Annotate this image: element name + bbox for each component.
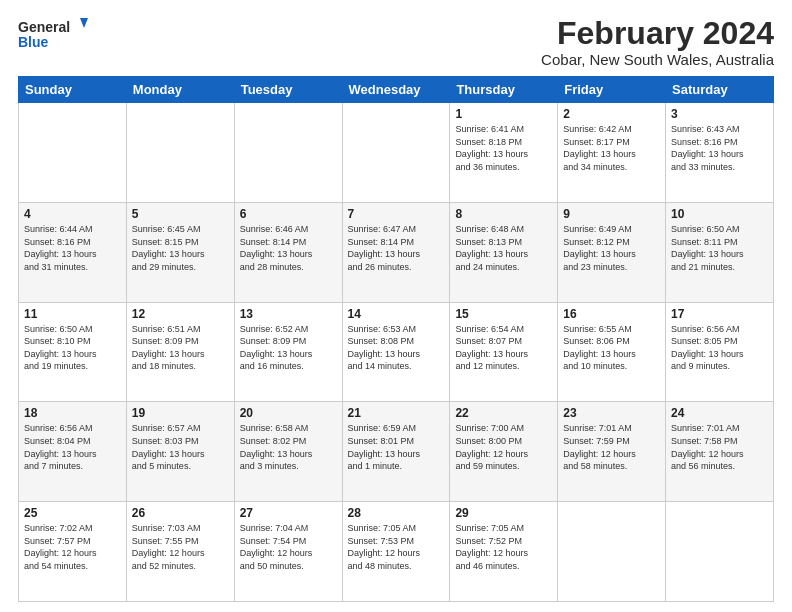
calendar-week-row: 18Sunrise: 6:56 AM Sunset: 8:04 PM Dayli… (19, 402, 774, 502)
header: General Blue February 2024 Cobar, New So… (18, 16, 774, 68)
day-number: 22 (455, 406, 552, 420)
table-row (19, 103, 127, 203)
table-row: 20Sunrise: 6:58 AM Sunset: 8:02 PM Dayli… (234, 402, 342, 502)
day-info: Sunrise: 6:57 AM Sunset: 8:03 PM Dayligh… (132, 422, 229, 472)
day-info: Sunrise: 6:55 AM Sunset: 8:06 PM Dayligh… (563, 323, 660, 373)
table-row: 14Sunrise: 6:53 AM Sunset: 8:08 PM Dayli… (342, 302, 450, 402)
day-info: Sunrise: 7:05 AM Sunset: 7:53 PM Dayligh… (348, 522, 445, 572)
table-row (126, 103, 234, 203)
calendar-header-row: Sunday Monday Tuesday Wednesday Thursday… (19, 77, 774, 103)
table-row (558, 502, 666, 602)
table-row: 26Sunrise: 7:03 AM Sunset: 7:55 PM Dayli… (126, 502, 234, 602)
table-row: 3Sunrise: 6:43 AM Sunset: 8:16 PM Daylig… (666, 103, 774, 203)
logo: General Blue (18, 16, 88, 52)
day-info: Sunrise: 6:56 AM Sunset: 8:05 PM Dayligh… (671, 323, 768, 373)
day-info: Sunrise: 6:58 AM Sunset: 8:02 PM Dayligh… (240, 422, 337, 472)
day-info: Sunrise: 6:47 AM Sunset: 8:14 PM Dayligh… (348, 223, 445, 273)
table-row: 5Sunrise: 6:45 AM Sunset: 8:15 PM Daylig… (126, 202, 234, 302)
day-number: 13 (240, 307, 337, 321)
table-row: 6Sunrise: 6:46 AM Sunset: 8:14 PM Daylig… (234, 202, 342, 302)
day-number: 18 (24, 406, 121, 420)
table-row: 12Sunrise: 6:51 AM Sunset: 8:09 PM Dayli… (126, 302, 234, 402)
main-title: February 2024 (541, 16, 774, 51)
table-row (234, 103, 342, 203)
day-info: Sunrise: 6:56 AM Sunset: 8:04 PM Dayligh… (24, 422, 121, 472)
table-row: 10Sunrise: 6:50 AM Sunset: 8:11 PM Dayli… (666, 202, 774, 302)
day-info: Sunrise: 6:53 AM Sunset: 8:08 PM Dayligh… (348, 323, 445, 373)
table-row: 23Sunrise: 7:01 AM Sunset: 7:59 PM Dayli… (558, 402, 666, 502)
day-number: 23 (563, 406, 660, 420)
col-thursday: Thursday (450, 77, 558, 103)
svg-text:General: General (18, 19, 70, 35)
day-number: 11 (24, 307, 121, 321)
day-info: Sunrise: 6:49 AM Sunset: 8:12 PM Dayligh… (563, 223, 660, 273)
calendar-week-row: 11Sunrise: 6:50 AM Sunset: 8:10 PM Dayli… (19, 302, 774, 402)
day-number: 3 (671, 107, 768, 121)
day-info: Sunrise: 7:03 AM Sunset: 7:55 PM Dayligh… (132, 522, 229, 572)
col-tuesday: Tuesday (234, 77, 342, 103)
day-number: 28 (348, 506, 445, 520)
day-number: 14 (348, 307, 445, 321)
svg-text:Blue: Blue (18, 34, 49, 50)
table-row: 13Sunrise: 6:52 AM Sunset: 8:09 PM Dayli… (234, 302, 342, 402)
day-info: Sunrise: 7:01 AM Sunset: 7:59 PM Dayligh… (563, 422, 660, 472)
day-info: Sunrise: 7:02 AM Sunset: 7:57 PM Dayligh… (24, 522, 121, 572)
title-block: February 2024 Cobar, New South Wales, Au… (541, 16, 774, 68)
table-row: 15Sunrise: 6:54 AM Sunset: 8:07 PM Dayli… (450, 302, 558, 402)
day-number: 9 (563, 207, 660, 221)
day-number: 17 (671, 307, 768, 321)
day-number: 19 (132, 406, 229, 420)
table-row: 8Sunrise: 6:48 AM Sunset: 8:13 PM Daylig… (450, 202, 558, 302)
day-number: 2 (563, 107, 660, 121)
day-number: 24 (671, 406, 768, 420)
table-row: 22Sunrise: 7:00 AM Sunset: 8:00 PM Dayli… (450, 402, 558, 502)
table-row: 21Sunrise: 6:59 AM Sunset: 8:01 PM Dayli… (342, 402, 450, 502)
day-info: Sunrise: 6:46 AM Sunset: 8:14 PM Dayligh… (240, 223, 337, 273)
day-number: 8 (455, 207, 552, 221)
day-info: Sunrise: 7:04 AM Sunset: 7:54 PM Dayligh… (240, 522, 337, 572)
day-number: 12 (132, 307, 229, 321)
day-number: 26 (132, 506, 229, 520)
day-number: 29 (455, 506, 552, 520)
table-row: 9Sunrise: 6:49 AM Sunset: 8:12 PM Daylig… (558, 202, 666, 302)
day-info: Sunrise: 6:54 AM Sunset: 8:07 PM Dayligh… (455, 323, 552, 373)
table-row: 17Sunrise: 6:56 AM Sunset: 8:05 PM Dayli… (666, 302, 774, 402)
day-number: 10 (671, 207, 768, 221)
col-monday: Monday (126, 77, 234, 103)
col-saturday: Saturday (666, 77, 774, 103)
calendar-table: Sunday Monday Tuesday Wednesday Thursday… (18, 76, 774, 602)
table-row: 29Sunrise: 7:05 AM Sunset: 7:52 PM Dayli… (450, 502, 558, 602)
calendar-week-row: 1Sunrise: 6:41 AM Sunset: 8:18 PM Daylig… (19, 103, 774, 203)
logo-svg: General Blue (18, 16, 88, 52)
day-info: Sunrise: 6:42 AM Sunset: 8:17 PM Dayligh… (563, 123, 660, 173)
day-number: 27 (240, 506, 337, 520)
day-info: Sunrise: 6:43 AM Sunset: 8:16 PM Dayligh… (671, 123, 768, 173)
table-row: 18Sunrise: 6:56 AM Sunset: 8:04 PM Dayli… (19, 402, 127, 502)
day-info: Sunrise: 7:05 AM Sunset: 7:52 PM Dayligh… (455, 522, 552, 572)
table-row: 1Sunrise: 6:41 AM Sunset: 8:18 PM Daylig… (450, 103, 558, 203)
table-row: 11Sunrise: 6:50 AM Sunset: 8:10 PM Dayli… (19, 302, 127, 402)
day-number: 25 (24, 506, 121, 520)
day-info: Sunrise: 6:44 AM Sunset: 8:16 PM Dayligh… (24, 223, 121, 273)
calendar-week-row: 4Sunrise: 6:44 AM Sunset: 8:16 PM Daylig… (19, 202, 774, 302)
table-row: 7Sunrise: 6:47 AM Sunset: 8:14 PM Daylig… (342, 202, 450, 302)
table-row: 4Sunrise: 6:44 AM Sunset: 8:16 PM Daylig… (19, 202, 127, 302)
table-row: 2Sunrise: 6:42 AM Sunset: 8:17 PM Daylig… (558, 103, 666, 203)
day-info: Sunrise: 7:00 AM Sunset: 8:00 PM Dayligh… (455, 422, 552, 472)
table-row: 25Sunrise: 7:02 AM Sunset: 7:57 PM Dayli… (19, 502, 127, 602)
col-sunday: Sunday (19, 77, 127, 103)
day-info: Sunrise: 6:41 AM Sunset: 8:18 PM Dayligh… (455, 123, 552, 173)
day-number: 21 (348, 406, 445, 420)
day-number: 5 (132, 207, 229, 221)
col-friday: Friday (558, 77, 666, 103)
col-wednesday: Wednesday (342, 77, 450, 103)
table-row: 16Sunrise: 6:55 AM Sunset: 8:06 PM Dayli… (558, 302, 666, 402)
table-row: 24Sunrise: 7:01 AM Sunset: 7:58 PM Dayli… (666, 402, 774, 502)
day-info: Sunrise: 7:01 AM Sunset: 7:58 PM Dayligh… (671, 422, 768, 472)
table-row: 28Sunrise: 7:05 AM Sunset: 7:53 PM Dayli… (342, 502, 450, 602)
day-info: Sunrise: 6:48 AM Sunset: 8:13 PM Dayligh… (455, 223, 552, 273)
day-number: 15 (455, 307, 552, 321)
table-row: 19Sunrise: 6:57 AM Sunset: 8:03 PM Dayli… (126, 402, 234, 502)
subtitle: Cobar, New South Wales, Australia (541, 51, 774, 68)
page: General Blue February 2024 Cobar, New So… (0, 0, 792, 612)
